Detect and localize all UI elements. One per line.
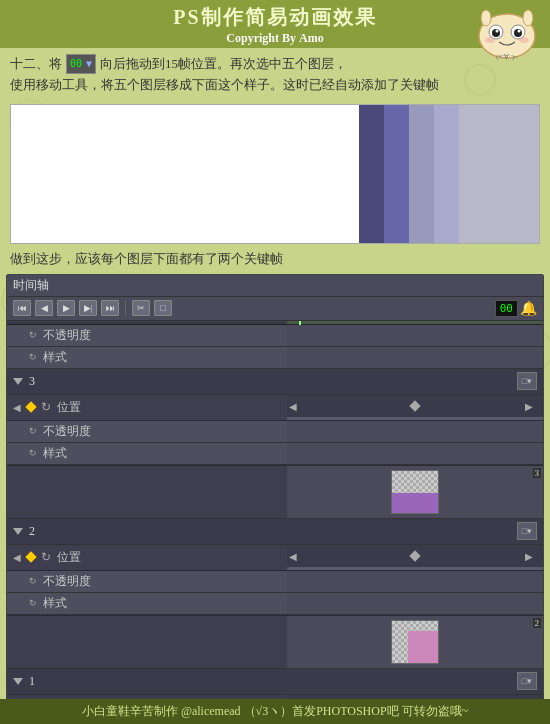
header: PS制作简易动画效果 Copyright By Amo bbox=[0, 0, 550, 48]
layer-3-thumb-left bbox=[7, 466, 287, 518]
layer-3-icon-btn[interactable]: □▾ bbox=[517, 372, 537, 390]
play-button[interactable]: ▶ bbox=[57, 300, 75, 316]
layer-3-header: 3 □▾ bbox=[7, 369, 543, 395]
layer-3-opacity-right bbox=[287, 421, 543, 442]
layer-3-style-row: ↻ 样式 bbox=[7, 443, 543, 465]
preview-stripes bbox=[359, 105, 459, 243]
time-widget: 00 ▼ bbox=[66, 54, 96, 74]
layer-3-controls: ◀ ↻ 位置 bbox=[7, 395, 287, 420]
playhead-icon: ▼ bbox=[86, 56, 92, 72]
layer-3-diamond-btn[interactable] bbox=[25, 401, 36, 412]
stripe-3 bbox=[409, 105, 434, 243]
layer-3-expand-icon[interactable] bbox=[13, 378, 23, 385]
layer-3-opacity-label: 不透明度 bbox=[43, 423, 91, 440]
layer-2-play-btn[interactable]: ◀ bbox=[13, 552, 21, 563]
step-forward-button[interactable]: ▶| bbox=[79, 300, 97, 316]
unnamed-opacity-right bbox=[287, 325, 543, 346]
layer-2-style-icon: ↻ bbox=[27, 597, 39, 609]
layer-3-pos-track: ◀ ▶ bbox=[287, 395, 543, 417]
instruction-line1: 十二、将 00 ▼ 向后拖动到15帧位置。再次选中五个图层， bbox=[10, 54, 540, 75]
layer-3-thumb-content bbox=[392, 493, 438, 513]
layer-2-main: ◀ ↻ 位置 ◀ ▶ bbox=[7, 545, 543, 571]
layer-2-opacity-row: ↻ 不透明度 bbox=[7, 571, 543, 593]
layer-3-badge: 3 bbox=[533, 468, 542, 478]
layer-2-opacity-right bbox=[287, 571, 543, 592]
unnamed-style-label: 样式 bbox=[43, 349, 67, 366]
unnamed-style-row: ↻ 样式 bbox=[7, 347, 543, 369]
layer-3-thumb-row: 3 bbox=[7, 465, 543, 518]
stripe-4 bbox=[434, 105, 459, 243]
layer-3-pos-arrow-left[interactable]: ◀ bbox=[289, 400, 297, 411]
go-start-button[interactable]: ⏮ bbox=[13, 300, 31, 316]
layer-2-pos-track: ◀ ▶ bbox=[287, 545, 543, 567]
layer-2-style-row: ↻ 样式 bbox=[7, 593, 543, 615]
layer-3-play-btn[interactable]: ◀ bbox=[13, 402, 21, 413]
preview-white bbox=[11, 105, 359, 243]
svg-text:(*´∀`)~: (*´∀`)~ bbox=[496, 53, 518, 61]
svg-point-22 bbox=[485, 37, 495, 43]
layer-2-thumb-row: 2 bbox=[7, 615, 543, 668]
ruler-left bbox=[7, 321, 287, 324]
logo-area: (*´∀`)~ bbox=[472, 4, 542, 64]
layer-3-main: ◀ ↻ 位置 ◀ ▶ bbox=[7, 395, 543, 421]
playhead-marker: 🔔 bbox=[520, 300, 537, 317]
layer-2-icon-btn[interactable]: □▾ bbox=[517, 522, 537, 540]
svg-point-18 bbox=[496, 30, 499, 33]
footer: 小白童鞋辛苦制作 @alicemead （√3ヽ）首发PHOTOSHOP吧 可转… bbox=[0, 699, 550, 724]
svg-point-19 bbox=[518, 30, 521, 33]
timeline-header: 时间轴 bbox=[7, 275, 543, 297]
layer-3-opacity-left: ↻ 不透明度 bbox=[7, 423, 287, 440]
layer-2-section: 2 □▾ ◀ ↻ 位置 ◀ ▶ ↻ 不透明度 bbox=[7, 519, 543, 669]
layer-3-style-right bbox=[287, 443, 543, 464]
ruler-right bbox=[287, 321, 543, 324]
layer-3-style-label: 样式 bbox=[43, 445, 67, 462]
rotate-icon: ↻ bbox=[27, 329, 39, 341]
layer-3-opacity-icon: ↻ bbox=[27, 425, 39, 437]
layer-2-refresh-btn[interactable]: ↻ bbox=[41, 550, 51, 565]
rotate-icon-2: ↻ bbox=[27, 351, 39, 363]
header-title: PS制作简易动画效果 bbox=[0, 4, 550, 31]
unnamed-opacity-label: 不透明度 bbox=[43, 327, 91, 344]
step-back-button[interactable]: ◀ bbox=[35, 300, 53, 316]
layer-3-section: 3 □▾ ◀ ↻ 位置 ◀ ▶ ↻ bbox=[7, 369, 543, 519]
layer-2-style-right bbox=[287, 593, 543, 614]
layer-2-pos-arrow-right[interactable]: ▶ bbox=[525, 550, 533, 561]
copy-button[interactable]: □ bbox=[154, 300, 172, 316]
unnamed-style-right bbox=[287, 347, 543, 368]
layer-3-style-icon: ↻ bbox=[27, 447, 39, 459]
layer-2-expand-icon[interactable] bbox=[13, 528, 23, 535]
instr-suffix: 向后拖动到15帧位置。再次选中五个图层， bbox=[100, 54, 347, 75]
unnamed-opacity-row: ↻ 不透明度 bbox=[7, 325, 543, 347]
layer-2-opacity-label: 不透明度 bbox=[43, 573, 91, 590]
cut-button[interactable]: ✂ bbox=[132, 300, 150, 316]
layer-3-thumbnail bbox=[391, 470, 439, 514]
unnamed-opacity-left: ↻ 不透明度 bbox=[7, 327, 287, 344]
layer-3-thumb-right: 3 bbox=[287, 466, 543, 518]
go-end-button[interactable]: ⏭ bbox=[101, 300, 119, 316]
layer-2-thumb-left bbox=[7, 616, 287, 668]
layer-2-pos-arrow-left[interactable]: ◀ bbox=[289, 550, 297, 561]
controls-separator bbox=[125, 300, 126, 316]
layer-2-diamond-btn[interactable] bbox=[25, 551, 36, 562]
layer-2-badge: 2 bbox=[533, 618, 542, 628]
copyright-text: Copyright By bbox=[226, 31, 296, 45]
preview-gray bbox=[459, 105, 539, 243]
layer-1-name: 1 bbox=[29, 674, 513, 689]
instruction-line2: 使用移动工具，将五个图层移成下面这个样子。这时已经自动添加了关键帧 bbox=[10, 75, 540, 96]
layer-3-refresh-btn[interactable]: ↻ bbox=[41, 400, 51, 415]
author-name: Amo bbox=[299, 31, 324, 45]
layer-1-icon-btn[interactable]: □▾ bbox=[517, 672, 537, 690]
svg-point-23 bbox=[519, 37, 529, 43]
layer-2-header: 2 □▾ bbox=[7, 519, 543, 545]
instruction-area: 十二、将 00 ▼ 向后拖动到15帧位置。再次选中五个图层， 使用移动工具，将五… bbox=[0, 48, 550, 100]
layer-1-header: 1 □▾ bbox=[7, 669, 543, 695]
time-box: 00 bbox=[495, 300, 518, 317]
layer-2-pos-label: 位置 bbox=[57, 549, 81, 566]
layer-3-name: 3 bbox=[29, 374, 513, 389]
layer-3-style-left: ↻ 样式 bbox=[7, 445, 287, 462]
layer-1-expand-icon[interactable] bbox=[13, 678, 23, 685]
instr-prefix: 十二、将 bbox=[10, 54, 62, 75]
footer-text: 小白童鞋辛苦制作 @alicemead （√3ヽ）首发PHOTOSHOP吧 可转… bbox=[82, 704, 468, 718]
header-subtitle: Copyright By Amo bbox=[0, 31, 550, 46]
layer-3-pos-arrow-right[interactable]: ▶ bbox=[525, 400, 533, 411]
